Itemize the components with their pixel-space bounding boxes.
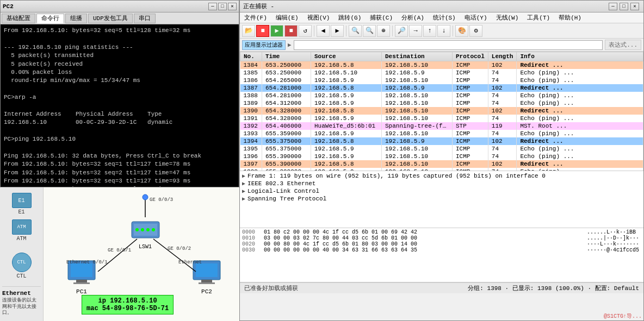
- table-cell: 192.168.5.10: [382, 115, 453, 122]
- terminal-line: [4, 35, 236, 43]
- menu-goto[interactable]: 跳转(G): [336, 14, 363, 22]
- table-row[interactable]: 1388654.281000192.168.5.9192.168.5.10ICM…: [240, 92, 643, 99]
- table-cell: 102: [488, 61, 517, 70]
- tb-forward[interactable]: ▶: [331, 25, 344, 37]
- table-cell: 655.375000: [262, 145, 311, 153]
- menu-analyze[interactable]: 分析(A): [399, 14, 426, 22]
- detail-stp[interactable]: ▶ Spanning Tree Protocol: [242, 195, 641, 203]
- table-row[interactable]: 1396655.390000192.168.5.9192.168.5.10ICM…: [240, 153, 643, 160]
- tb-prev[interactable]: ↑: [423, 25, 436, 37]
- table-cell: 102: [488, 84, 517, 92]
- table-row[interactable]: 1387654.281000192.168.5.8192.168.5.9ICMP…: [240, 84, 643, 92]
- table-cell: 74: [488, 153, 517, 160]
- detail-llc[interactable]: ▶ Logical-Link Control: [242, 187, 641, 195]
- table-cell: 192.168.5.9: [311, 153, 382, 160]
- table-row[interactable]: 1385653.250000192.168.5.10192.168.5.9ICM…: [240, 69, 643, 77]
- ws-minimize-button[interactable]: ─: [609, 3, 617, 10]
- menu-capture[interactable]: 捕获(C): [368, 14, 395, 22]
- menu-tools[interactable]: 工具(T): [525, 14, 552, 22]
- table-cell: Echo (ping) ...: [517, 115, 643, 122]
- table-cell: ICMP: [453, 145, 488, 153]
- tab-udp[interactable]: UDP发包工具: [88, 14, 133, 23]
- tab-multicast[interactable]: 组播: [65, 14, 87, 23]
- link-pc1-lsw1: [98, 239, 137, 272]
- terminal-line: From 192.168.5.10: bytes=32 seq=1 ttl=12…: [4, 160, 236, 168]
- detail-frame[interactable]: ▶ Frame 1: 119 bytes on wire (952 bits),…: [242, 172, 641, 180]
- tab-basic[interactable]: 基础配置: [2, 14, 35, 23]
- hex-ascii-2: .....|··D··]k···: [587, 235, 641, 241]
- tb-find[interactable]: 🔎: [395, 25, 408, 37]
- wireshark-toolbar: 📂 ■ ▶ ■ ↺ ◀ ▶ 🔍 🔍 ⊕ 🔎 → ↑ ↓ 🎨 ⚙: [240, 23, 643, 39]
- table-cell: 74: [488, 99, 517, 107]
- table-cell: Echo (ping) ...: [517, 99, 643, 107]
- table-row[interactable]: 1392654.406000HuaWeiTe_d5:6b:01Spanning-…: [240, 122, 643, 130]
- sidebar-item-e1[interactable]: E1 E1: [3, 192, 41, 216]
- ws-close-button[interactable]: ✕: [630, 3, 639, 10]
- hex-offset-4: 0030: [242, 247, 259, 253]
- table-cell: 192.168.5.10: [382, 107, 453, 115]
- filter-input[interactable]: [294, 40, 603, 50]
- tb-zoom-reset[interactable]: ⊕: [377, 25, 390, 37]
- sidebar-item-atm[interactable]: ATM ATM: [3, 218, 41, 243]
- table-row[interactable]: 1389654.312000192.168.5.9192.168.5.10ICM…: [240, 99, 643, 107]
- tb-start[interactable]: ▶: [270, 25, 283, 37]
- tab-cmdline[interactable]: 命令行: [36, 14, 64, 23]
- tb-zoom-out[interactable]: 🔍: [363, 25, 376, 37]
- ws-maximize-button[interactable]: □: [620, 3, 628, 10]
- ethernet-info: Ethernet 连接设备的以太网和千兆以太接口。: [2, 286, 41, 317]
- sidebar-label-atm: ATM: [16, 236, 26, 242]
- table-cell: 74: [488, 130, 517, 137]
- table-cell: 192.168.5.10: [382, 99, 453, 107]
- tb-colorize[interactable]: 🎨: [455, 25, 468, 37]
- tab-serial[interactable]: 串口: [134, 14, 156, 23]
- tb-next[interactable]: ↓: [437, 25, 450, 37]
- wireshark-titlebar: 正在捕获 - ─ □ ✕: [240, 1, 643, 12]
- menu-tel[interactable]: 电话(Y): [462, 14, 490, 22]
- table-row[interactable]: 1397655.390000192.168.5.8192.168.5.10ICM…: [240, 160, 643, 168]
- table-row[interactable]: 1386654.265000192.168.5.9192.168.5.10ICM…: [240, 77, 643, 84]
- table-row[interactable]: 1391654.328000192.168.5.9192.168.5.10ICM…: [240, 115, 643, 122]
- hex-bytes-2: 03 00 00 03 02 7c 80 00 44 03 cc 5d 6b 0…: [264, 235, 583, 241]
- tb-close[interactable]: ■: [256, 25, 269, 37]
- table-row[interactable]: 1393655.359000192.168.5.9192.168.5.10ICM…: [240, 130, 643, 137]
- table-cell: 74: [488, 145, 517, 153]
- terminal-line: 5 packet(s) received: [4, 60, 236, 68]
- table-row[interactable]: 1390654.328000192.168.5.8192.168.5.10ICM…: [240, 107, 643, 115]
- menu-wireless[interactable]: 无线(W): [494, 14, 521, 22]
- menu-file[interactable]: 文件(F): [242, 14, 269, 22]
- menu-edit[interactable]: 编辑(E): [274, 14, 301, 22]
- menu-stats[interactable]: 统计(S): [431, 14, 458, 22]
- menu-view[interactable]: 视图(V): [305, 14, 332, 22]
- terminal-line: 0.00% packet loss: [4, 68, 236, 77]
- table-row[interactable]: 1384653.250000192.168.5.8192.168.5.10ICM…: [240, 61, 643, 70]
- tb-back[interactable]: ◀: [317, 25, 330, 37]
- tb-settings[interactable]: ⚙: [469, 25, 482, 37]
- detail-text-3: Logical-Link Control: [247, 188, 319, 194]
- tb-open[interactable]: 📂: [242, 25, 255, 37]
- maximize-button[interactable]: □: [218, 3, 227, 10]
- tb-goto[interactable]: →: [409, 25, 422, 37]
- table-row[interactable]: 1395655.375000192.168.5.9192.168.5.10ICM…: [240, 145, 643, 153]
- lsw1-device[interactable]: [131, 217, 160, 242]
- detail-eth[interactable]: ▶ IEEE 802.3 Ethernet: [242, 180, 641, 187]
- close-button[interactable]: ✕: [228, 3, 237, 10]
- packet-table: No. Time Source Destination Protocol Len…: [240, 52, 643, 171]
- table-cell: 1390: [240, 107, 262, 115]
- table-cell: MST. Root ...: [517, 122, 643, 130]
- hex-pane: 0000 01 80 c2 00 00 00 4c 1f cc d5 6b 01…: [240, 228, 643, 282]
- tb-restart[interactable]: ↺: [299, 25, 312, 37]
- menu-help[interactable]: 帮助(H): [556, 14, 584, 22]
- tb-stop[interactable]: ■: [284, 25, 298, 37]
- sidebar-label-ctl: CTL: [16, 273, 26, 279]
- minimize-button[interactable]: ─: [208, 3, 217, 10]
- terminal-output: From 192.168.5.10: bytes=32 seq=5 ttl=12…: [1, 24, 239, 187]
- sidebar-item-ctl[interactable]: CTL CTL: [3, 251, 41, 280]
- table-cell: ICMP: [453, 107, 488, 115]
- table-row[interactable]: 1394655.375000192.168.5.8192.168.5.9ICMP…: [240, 137, 643, 145]
- pc1-ip-label: ip 192.168.5.10 mac 54-89-98-76-5D-71: [82, 295, 174, 314]
- tb-zoom-in[interactable]: 🔍: [349, 25, 362, 37]
- hex-bytes-3: 00 00 80 00 4c 1f cc d5 6b 01 80 03 00 0…: [264, 241, 583, 247]
- table-cell: 1391: [240, 115, 262, 122]
- filter-suffix[interactable]: 表达式...: [605, 40, 641, 50]
- link-label-ge001: GE 0/0/1: [108, 248, 131, 253]
